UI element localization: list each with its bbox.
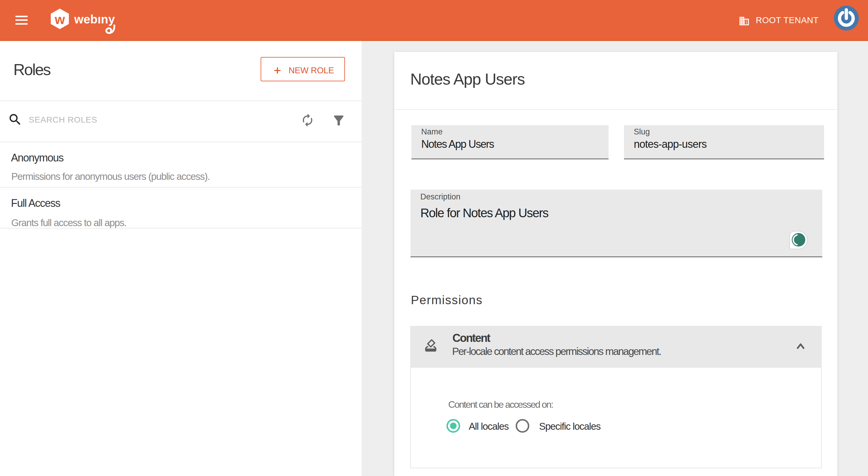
svg-text:w: w [54,12,65,27]
